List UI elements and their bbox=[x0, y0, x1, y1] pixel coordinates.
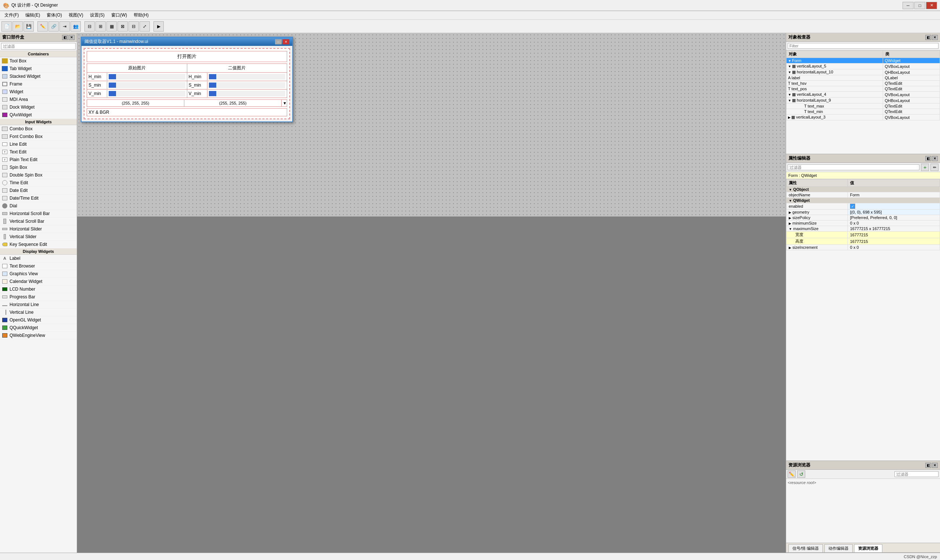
table-row[interactable]: ▼▦ horizontalLayout_9 QHBoxLayout bbox=[786, 98, 940, 103]
widget-item-dial[interactable]: Dial bbox=[0, 202, 77, 210]
menu-settings[interactable]: 设置(S) bbox=[87, 11, 108, 19]
resource-root[interactable]: <resource root> bbox=[787, 480, 938, 485]
widget-item-hline[interactable]: Horizontal Line bbox=[0, 301, 77, 309]
widget-item-vslider[interactable]: Vertical Slider bbox=[0, 233, 77, 241]
menu-window[interactable]: 窗口(W) bbox=[108, 11, 130, 19]
maximize-button[interactable]: □ bbox=[914, 2, 925, 9]
object-filter-input[interactable] bbox=[787, 43, 938, 49]
resource-browser-float-button[interactable]: ◧ bbox=[925, 463, 931, 468]
property-filter-input[interactable] bbox=[787, 165, 920, 170]
widget-item-toolbox[interactable]: Tool Box bbox=[0, 57, 77, 65]
edit-buddies-button[interactable]: 👥 bbox=[71, 21, 81, 32]
form-close-button[interactable]: ✕ bbox=[283, 39, 289, 45]
widget-item-frame[interactable]: Frame bbox=[0, 80, 77, 88]
widget-item-combo[interactable]: Combo Box bbox=[0, 125, 77, 133]
table-row[interactable]: A label QLabel bbox=[786, 75, 940, 81]
widget-item-progressbar[interactable]: Progress Bar bbox=[0, 293, 77, 301]
widget-item-datetimeedit[interactable]: Date/Time Edit bbox=[0, 194, 77, 202]
widget-item-mdi[interactable]: MDI Area bbox=[0, 96, 77, 103]
tab-actions[interactable]: 动作编辑器 bbox=[824, 544, 853, 552]
table-row[interactable]: enabled bbox=[786, 203, 940, 209]
widget-item-widget[interactable]: Widget bbox=[0, 88, 77, 96]
table-row[interactable]: ▶▦ verticalLayout_3 QVBoxLayout bbox=[786, 114, 940, 120]
widget-item-vscroll[interactable]: Vertical Scroll Bar bbox=[0, 218, 77, 225]
edit-signals-button[interactable]: 🔗 bbox=[48, 21, 59, 32]
widget-item-hscroll[interactable]: Horizontal Scroll Bar bbox=[0, 210, 77, 218]
edit-tab-order-button[interactable]: ⇥ bbox=[60, 21, 70, 32]
value-scroll[interactable]: ▼ bbox=[282, 100, 287, 106]
v-min-slider-right[interactable] bbox=[208, 89, 287, 98]
widget-box-close-button[interactable]: ✕ bbox=[69, 35, 74, 40]
table-row[interactable]: ▼▦ verticalLayout_4 QVBoxLayout bbox=[786, 92, 940, 98]
menu-edit[interactable]: 编辑(E) bbox=[22, 11, 43, 19]
property-edit-button[interactable]: ✏ bbox=[931, 164, 938, 171]
widget-item-qax[interactable]: QAxWidget bbox=[0, 111, 77, 119]
widget-item-tabwidget[interactable]: Tab Widget bbox=[0, 65, 77, 73]
resource-filter-input[interactable] bbox=[894, 471, 938, 477]
widget-item-plaintextedit[interactable]: T Plain Text Edit bbox=[0, 156, 77, 164]
adjust-size-button[interactable]: ⤢ bbox=[140, 21, 150, 32]
layout-grid-button[interactable]: ⊟ bbox=[128, 21, 139, 32]
widget-item-fontcombo[interactable]: Font Combo Box bbox=[0, 133, 77, 140]
widget-item-hslider[interactable]: Horizontal Slider bbox=[0, 225, 77, 233]
table-row[interactable]: ▼▦ verticalLayout_5 QVBoxLayout bbox=[786, 63, 940, 69]
widget-item-doublespinbox[interactable]: Double Spin Box bbox=[0, 171, 77, 179]
layout-v-button[interactable]: ⊞ bbox=[96, 21, 106, 32]
resource-refresh-button[interactable]: ↺ bbox=[797, 471, 805, 478]
h-min-slider-right[interactable] bbox=[208, 73, 287, 81]
new-button[interactable]: 📄 bbox=[2, 21, 12, 32]
resource-edit-button[interactable]: ✏️ bbox=[787, 471, 796, 478]
object-inspector-close-button[interactable]: ✕ bbox=[932, 35, 938, 40]
widget-item-spinbox[interactable]: Spin Box bbox=[0, 164, 77, 171]
table-row[interactable]: objectName Form bbox=[786, 192, 940, 198]
canvas-bg[interactable]: 阈值提取器V1.1 - mainwindow.ui ─ ✕ 打开图片 bbox=[77, 33, 786, 217]
table-row[interactable]: T text_hsv QTextEdit bbox=[786, 81, 940, 86]
widget-item-vline[interactable]: Vertical Line bbox=[0, 309, 77, 316]
widget-filter-input[interactable] bbox=[1, 43, 76, 49]
widget-item-keysequence[interactable]: Key Sequence Edit bbox=[0, 241, 77, 248]
widget-item-textbrowser[interactable]: Text Browser bbox=[0, 262, 77, 270]
table-row[interactable]: 高度 16777215 bbox=[786, 238, 940, 245]
table-row[interactable]: T text_max QTextEdit bbox=[786, 103, 940, 109]
widget-item-webengine[interactable]: QWebEngineView bbox=[0, 332, 77, 340]
table-row[interactable]: ▶ minimumSize 0 x 0 bbox=[786, 220, 940, 226]
table-row[interactable]: ▶ geometry [(0, 0), 698 x 595] bbox=[786, 209, 940, 215]
h-min-slider-left[interactable] bbox=[107, 73, 187, 81]
layout-form-button[interactable]: ▦ bbox=[106, 21, 117, 32]
open-image-button[interactable]: 打开图片 bbox=[87, 51, 287, 62]
layout-break-button[interactable]: ⊠ bbox=[117, 21, 128, 32]
widget-item-stacked[interactable]: Stacked Widget bbox=[0, 73, 77, 80]
widget-item-graphicsview[interactable]: Graphics View bbox=[0, 270, 77, 278]
s-min-slider-left[interactable] bbox=[107, 81, 187, 89]
property-editor-close-button[interactable]: ✕ bbox=[932, 156, 938, 161]
widget-item-textedit[interactable]: T Text Edit bbox=[0, 148, 77, 156]
s-min-slider-right[interactable] bbox=[208, 81, 287, 89]
preview-button[interactable]: ▶ bbox=[154, 21, 164, 32]
object-inspector-float-button[interactable]: ◧ bbox=[925, 35, 931, 40]
tab-resources[interactable]: 资源浏览器 bbox=[854, 544, 882, 552]
menu-file[interactable]: 文件(F) bbox=[2, 11, 22, 19]
edit-widgets-button[interactable]: ✏️ bbox=[37, 21, 48, 32]
resource-browser-close-button[interactable]: ✕ bbox=[932, 463, 938, 468]
table-row[interactable]: T text_min QTextEdit bbox=[786, 109, 940, 114]
table-row[interactable]: ▶ sizeIncrement 0 x 0 bbox=[786, 245, 940, 250]
property-editor-float-button[interactable]: ◧ bbox=[925, 156, 931, 161]
widget-item-label[interactable]: A Label bbox=[0, 255, 77, 262]
close-button[interactable]: ✕ bbox=[926, 2, 937, 9]
widget-box-float-button[interactable]: ◧ bbox=[62, 35, 68, 40]
enabled-checkbox[interactable] bbox=[850, 204, 855, 209]
widget-item-lcd[interactable]: LCD Number bbox=[0, 286, 77, 293]
widget-item-qquick[interactable]: QQuickWidget bbox=[0, 324, 77, 332]
table-row[interactable]: ▼▦ horizontalLayout_10 QHBoxLayout bbox=[786, 69, 940, 75]
tab-signals[interactable]: 信号/情 编辑器 bbox=[788, 544, 823, 552]
v-min-slider-left[interactable] bbox=[107, 89, 187, 98]
widget-item-dock[interactable]: Dock Widget bbox=[0, 103, 77, 111]
form-minimize-button[interactable]: ─ bbox=[275, 39, 282, 45]
menu-help[interactable]: 帮助(H) bbox=[131, 11, 152, 19]
widget-item-dateedit[interactable]: Date Edit bbox=[0, 187, 77, 194]
widget-item-timeedit[interactable]: Time Edit bbox=[0, 179, 77, 187]
widget-item-opengl[interactable]: OpenGL Widget bbox=[0, 316, 77, 324]
property-add-button[interactable]: + bbox=[921, 164, 929, 171]
table-row[interactable]: ▼Form QWidget bbox=[786, 58, 940, 63]
table-row[interactable]: 宽度 16777215 bbox=[786, 232, 940, 238]
